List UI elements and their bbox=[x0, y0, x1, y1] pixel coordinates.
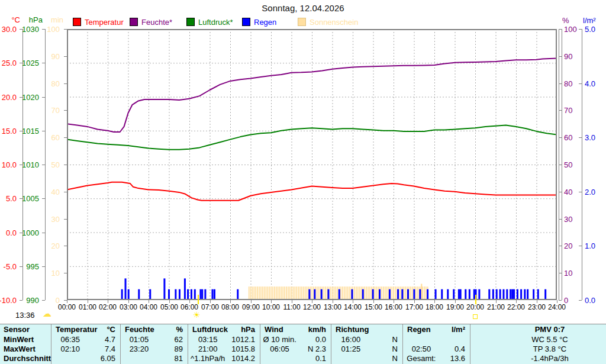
table-header-row: LuftdruckhPa bbox=[188, 325, 260, 334]
table-column-title: Regen bbox=[402, 325, 431, 334]
rain-bar bbox=[492, 289, 494, 300]
x-tick-label: 12:00 bbox=[300, 304, 324, 311]
rain-bar bbox=[199, 289, 201, 300]
rain-bar bbox=[194, 289, 196, 300]
sunshine-bar bbox=[364, 286, 365, 300]
table-column-unit: km/h bbox=[283, 325, 331, 334]
sunshine-bar bbox=[361, 286, 362, 300]
plot-frame-border bbox=[67, 30, 556, 299]
rain-bar bbox=[427, 289, 428, 300]
axis-line-rain bbox=[582, 29, 582, 300]
rain-bar bbox=[537, 289, 539, 300]
legend-item-feuchte: Feuchte* bbox=[130, 18, 172, 26]
axis-tick-label-rain: 3.0 bbox=[585, 134, 595, 141]
legend-item-regen: Regen bbox=[242, 18, 276, 26]
rain-bar bbox=[191, 289, 192, 300]
rain-bar bbox=[214, 289, 215, 300]
table-row: 02:107.4 bbox=[51, 344, 120, 354]
sunshine-bar bbox=[346, 286, 347, 300]
x-tick-label: 00:00 bbox=[55, 304, 79, 311]
rain-bar bbox=[511, 289, 513, 300]
rain-bar bbox=[544, 289, 546, 300]
table-cell-time: Gesamt: bbox=[402, 354, 440, 363]
sunshine-bar bbox=[386, 286, 388, 300]
rain-bar bbox=[510, 289, 511, 300]
rain-bar bbox=[527, 289, 528, 300]
table-row: ^1.1hPa/h1014.2 bbox=[188, 354, 260, 363]
x-tick-label: 22:00 bbox=[504, 304, 528, 311]
sunshine-bar bbox=[301, 286, 302, 300]
sunshine-bar bbox=[298, 286, 299, 300]
axis-tick-label-sunshine: 50 bbox=[24, 161, 60, 169]
x-tick-label: 20:00 bbox=[463, 304, 487, 311]
rain-bar bbox=[308, 289, 310, 300]
table-cell-time: Ø 10 min. bbox=[260, 335, 299, 344]
table-header-row: Richtung bbox=[331, 325, 402, 334]
chart-svg bbox=[67, 29, 557, 300]
rain-bar bbox=[128, 289, 130, 300]
table-row bbox=[402, 335, 470, 344]
rain-bar bbox=[168, 289, 170, 300]
legend-swatch-icon bbox=[242, 18, 250, 26]
table-cell-time: 03:15 bbox=[188, 335, 228, 344]
table-column-regen: Regenl/m²02:500.4Gesamt:13.6 bbox=[402, 324, 470, 364]
rain-bar bbox=[524, 289, 526, 300]
sunshine-bar bbox=[376, 286, 377, 300]
legend-item-luftdruck: Luftdruck* bbox=[186, 18, 233, 26]
rain-bar bbox=[372, 289, 374, 300]
table-cell-time: 06:05 bbox=[260, 344, 299, 354]
sunshine-bar bbox=[253, 286, 254, 300]
pmv-title: PMV 0:7 bbox=[494, 325, 606, 334]
table-cell-value: N 2.3 bbox=[299, 344, 331, 354]
pmv-line: WC 5.5 °C bbox=[494, 335, 606, 344]
legend-label: Feuchte* bbox=[141, 18, 172, 27]
table-column-wind: Windkm/hØ 10 min.0.006:05N 2.30.1 bbox=[260, 324, 331, 364]
axis-tick-label-humidity: 70 bbox=[564, 107, 572, 114]
rain-bar bbox=[478, 289, 480, 300]
sunshine-bar bbox=[274, 286, 275, 300]
table-row: 81 bbox=[120, 354, 188, 363]
sunshine-bar bbox=[264, 286, 265, 300]
table-row: Ø 10 min.0.0 bbox=[260, 335, 331, 344]
rain-bar bbox=[397, 289, 399, 300]
sunshine-bar bbox=[410, 286, 411, 300]
axis-tick-rain bbox=[579, 192, 582, 192]
table-column-unit: °C bbox=[98, 325, 120, 334]
table-row-header: MinWert bbox=[0, 335, 51, 344]
table-row: 02:500.4 bbox=[402, 344, 470, 354]
axis-unit-sunshine: min bbox=[28, 16, 63, 24]
table-cell-value: N bbox=[371, 344, 402, 354]
axis-tick-label-humidity: 50 bbox=[564, 161, 572, 169]
axis-tick-pressure bbox=[42, 63, 45, 63]
table-column-title: Temperatur bbox=[51, 325, 98, 334]
series-line-luftdruck bbox=[67, 125, 557, 150]
table-cell-time: 01:25 bbox=[331, 344, 371, 354]
rain-bar bbox=[201, 289, 203, 300]
legend-swatch-icon bbox=[186, 18, 195, 26]
sunshine-bar bbox=[262, 286, 263, 300]
table-cell: MinWert bbox=[0, 335, 34, 344]
table-column-title: Richtung bbox=[331, 325, 369, 334]
rain-bar bbox=[184, 278, 186, 300]
sunshine-bar bbox=[391, 286, 392, 300]
table-cell-value: 13.6 bbox=[440, 354, 470, 363]
axis-tick-rain bbox=[579, 246, 582, 246]
sunshine-bar bbox=[281, 286, 282, 300]
table-row: 01:0562 bbox=[120, 335, 188, 344]
sunshine-bar bbox=[276, 286, 277, 300]
table-cell: Sensor bbox=[0, 325, 30, 334]
sunshine-bar bbox=[400, 286, 401, 300]
summary-table: SensorMinWertMaxWertDurchschnittTemperat… bbox=[0, 324, 606, 364]
table-column-feuchte: Feuchte%01:056223:208981 bbox=[120, 324, 188, 364]
sunshine-bar bbox=[424, 286, 425, 300]
sunshine-bar bbox=[303, 286, 304, 300]
sunshine-bar bbox=[371, 286, 372, 300]
sunrise-sun-icon: ☀ bbox=[193, 310, 201, 320]
sunshine-bar bbox=[344, 286, 345, 300]
sunshine-bar bbox=[356, 286, 357, 300]
x-tick-label: 16:00 bbox=[382, 304, 405, 311]
sunshine-bar bbox=[282, 286, 283, 300]
axis-tick-label-sunshine: 60 bbox=[24, 134, 60, 141]
axis-tick-label-humidity: 60 bbox=[564, 134, 572, 141]
table-row: 23:2089 bbox=[120, 344, 188, 354]
